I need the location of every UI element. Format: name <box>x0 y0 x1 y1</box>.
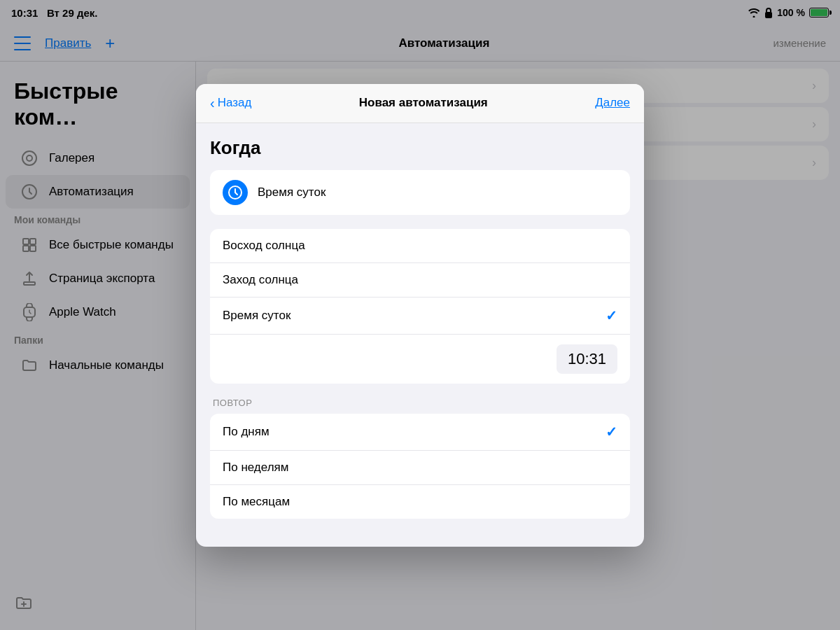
option-monthly[interactable]: По месяцам <box>210 485 630 519</box>
selected-item-label: Время суток <box>258 186 326 200</box>
time-display-row: 10:31 <box>210 335 630 384</box>
option-time-of-day[interactable]: Время суток ✓ <box>210 298 630 335</box>
modal-overlay: ‹ Назад Новая автоматизация Далее Когда … <box>0 0 840 630</box>
modal-body: Когда Время суток Восход солнца <box>196 123 644 547</box>
checkmark-icon: ✓ <box>606 307 617 324</box>
back-chevron-icon: ‹ <box>210 95 215 111</box>
daily-checkmark-icon: ✓ <box>606 424 617 440</box>
time-options-list: Восход солнца Заход солнца Время суток ✓… <box>210 229 630 384</box>
option-weekly[interactable]: По неделям <box>210 451 630 485</box>
modal-header: ‹ Назад Новая автоматизация Далее <box>196 84 644 123</box>
time-display[interactable]: 10:31 <box>556 344 617 374</box>
selected-item-card[interactable]: Время суток <box>210 170 630 215</box>
clock-circle-icon <box>223 180 248 205</box>
repeat-section-label: ПОВТОР <box>210 398 630 414</box>
repeat-options-list: По дням ✓ По неделям По месяцам <box>210 414 630 519</box>
modal-next-button[interactable]: Далее <box>595 96 630 110</box>
back-label: Назад <box>218 96 252 110</box>
modal-title: Новая автоматизация <box>359 96 488 110</box>
modal-dialog: ‹ Назад Новая автоматизация Далее Когда … <box>196 84 644 547</box>
modal-back-button[interactable]: ‹ Назад <box>210 95 251 111</box>
option-sunset[interactable]: Заход солнца <box>210 263 630 298</box>
when-title: Когда <box>210 137 630 159</box>
option-daily[interactable]: По дням ✓ <box>210 414 630 451</box>
option-sunrise[interactable]: Восход солнца <box>210 229 630 263</box>
